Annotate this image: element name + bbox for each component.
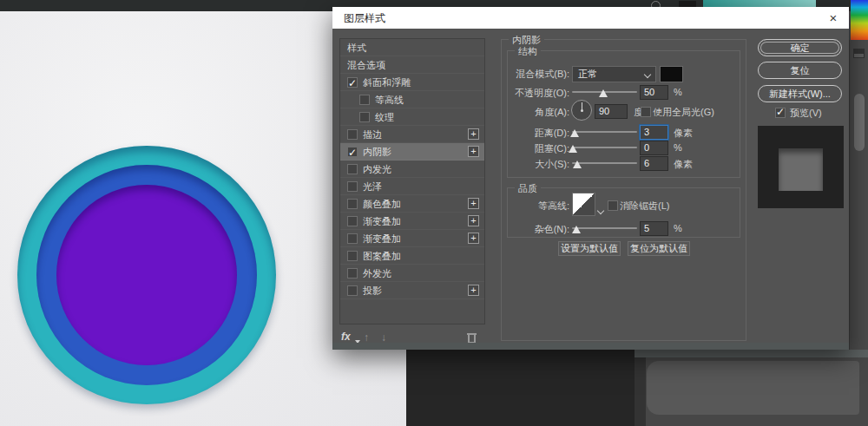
- layer-style-dialog: 图层样式 × 样式混合选项斜面和浮雕等高线纹理描边+内阴影+内发光光泽颜色叠加+…: [332, 7, 849, 350]
- distance-slider[interactable]: [572, 125, 637, 139]
- inner-shadow-panel: 内阴影 结构 混合模式(B): 正常 不透明度(O): 50 % 角度(A):: [501, 39, 746, 341]
- dialog-resize-bar[interactable]: [332, 343, 849, 350]
- noise-input[interactable]: 5: [640, 221, 668, 236]
- slider-thumb[interactable]: [569, 145, 577, 153]
- slider-thumb[interactable]: [570, 129, 579, 137]
- distance-label: 距离(D):: [502, 127, 569, 140]
- chevron-down-icon: [644, 71, 651, 78]
- add-effect-icon[interactable]: +: [468, 198, 479, 209]
- style-list-item[interactable]: 内发光: [340, 161, 484, 178]
- dialog-body: 样式混合选项斜面和浮雕等高线纹理描边+内阴影+内发光光泽颜色叠加+渐变叠加+渐变…: [332, 29, 849, 343]
- distance-input[interactable]: 3: [640, 125, 668, 140]
- preview-label: 预览(V): [790, 107, 822, 120]
- global-light-label: 使用全局光(G): [653, 106, 714, 119]
- choke-input[interactable]: 0: [640, 141, 668, 155]
- style-list-item[interactable]: 投影+: [340, 282, 484, 299]
- move-effect-up-icon[interactable]: ↑: [364, 331, 369, 344]
- angle-label: 角度(A):: [502, 106, 569, 119]
- size-slider[interactable]: [572, 156, 637, 170]
- new-style-button[interactable]: 新建样式(W)...: [758, 85, 842, 102]
- style-checkbox[interactable]: [347, 216, 358, 226]
- size-unit: 像素: [674, 158, 693, 171]
- background-panel-band: [635, 357, 646, 426]
- style-checkbox[interactable]: [359, 112, 370, 122]
- panel-scrollbar-thumb[interactable]: [854, 94, 865, 151]
- set-default-button[interactable]: 设置为默认值: [558, 241, 621, 256]
- global-light-checkbox[interactable]: [641, 107, 651, 117]
- add-effect-icon[interactable]: +: [468, 285, 479, 296]
- style-checkbox[interactable]: [347, 129, 358, 140]
- style-item-label: 投影: [363, 282, 382, 299]
- style-list-item[interactable]: 斜面和浮雕: [340, 74, 484, 91]
- size-input[interactable]: 6: [640, 156, 668, 171]
- style-checkbox[interactable]: [347, 77, 358, 88]
- reset-button[interactable]: 复位: [758, 62, 842, 79]
- style-item-label: 样式: [347, 39, 366, 56]
- style-list-item[interactable]: 外发光: [340, 265, 484, 282]
- style-checkbox[interactable]: [347, 285, 358, 296]
- background-rounded-panel: [647, 361, 859, 415]
- contour-picker[interactable]: [572, 193, 595, 216]
- slider-thumb[interactable]: [572, 226, 581, 233]
- opacity-unit: %: [674, 87, 682, 97]
- slider-thumb[interactable]: [599, 89, 608, 97]
- angle-center-dot: [581, 109, 583, 112]
- spectrum-color-bar[interactable]: [851, 0, 868, 40]
- reset-default-button[interactable]: 复位为默认值: [628, 241, 690, 256]
- add-effect-icon[interactable]: +: [468, 215, 479, 226]
- opacity-label: 不透明度(O):: [502, 87, 569, 100]
- style-checkbox[interactable]: [359, 95, 370, 105]
- background-panel-strip: [635, 350, 868, 357]
- style-item-label: 等高线: [375, 91, 404, 108]
- artwork-circle-outer: [17, 146, 276, 404]
- style-checkbox[interactable]: [347, 181, 358, 192]
- style-item-label: 图案叠加: [363, 247, 401, 265]
- quality-group-title: 品质: [515, 182, 541, 195]
- style-list-item[interactable]: 纹理: [340, 108, 484, 126]
- antialias-checkbox[interactable]: [608, 200, 618, 211]
- choke-label: 阻塞(C):: [502, 142, 569, 155]
- choke-slider[interactable]: [572, 141, 637, 154]
- style-checkbox[interactable]: [347, 164, 358, 174]
- blend-mode-label: 混合模式(B):: [502, 68, 569, 81]
- add-effect-icon[interactable]: +: [468, 128, 479, 140]
- fx-icon[interactable]: fx: [341, 331, 351, 343]
- style-list-item[interactable]: 光泽: [340, 178, 484, 195]
- shadow-color-swatch[interactable]: [660, 66, 683, 82]
- style-list-item[interactable]: 内阴影+: [340, 143, 484, 161]
- background-panel-dark: [406, 350, 635, 426]
- contour-label: 等高线:: [502, 200, 569, 213]
- add-effect-icon[interactable]: +: [468, 233, 479, 244]
- close-icon[interactable]: ×: [823, 9, 844, 27]
- panel-menu-icon[interactable]: [853, 49, 865, 58]
- ok-button[interactable]: 确定: [758, 39, 842, 56]
- style-checkbox[interactable]: [347, 251, 358, 261]
- opacity-input[interactable]: 50: [640, 85, 668, 100]
- angle-dial[interactable]: [571, 100, 592, 121]
- style-list-item[interactable]: 渐变叠加+: [340, 213, 484, 230]
- noise-slider[interactable]: [572, 221, 637, 235]
- style-checkbox[interactable]: [347, 199, 358, 209]
- dialog-titlebar[interactable]: 图层样式 ×: [332, 7, 849, 29]
- style-item-label: 描边: [363, 126, 382, 143]
- style-list-item[interactable]: 描边+: [340, 126, 484, 143]
- slider-thumb[interactable]: [573, 161, 582, 168]
- opacity-slider[interactable]: [572, 85, 637, 99]
- move-effect-down-icon[interactable]: ↓: [381, 331, 386, 344]
- preview-checkbox[interactable]: [775, 108, 786, 118]
- add-effect-icon[interactable]: +: [468, 146, 479, 157]
- style-list-item[interactable]: 混合选项: [340, 56, 484, 74]
- style-checkbox[interactable]: [347, 268, 358, 279]
- trash-icon[interactable]: [467, 332, 477, 343]
- angle-input[interactable]: 90: [595, 104, 628, 119]
- style-list-item[interactable]: 等高线: [340, 91, 484, 108]
- style-item-label: 纹理: [375, 108, 394, 126]
- style-checkbox[interactable]: [347, 233, 358, 244]
- style-list-item[interactable]: 颜色叠加+: [340, 195, 484, 213]
- style-item-label: 光泽: [363, 178, 382, 195]
- style-list-item[interactable]: 样式: [340, 39, 484, 56]
- style-list-item[interactable]: 渐变叠加+: [340, 230, 484, 247]
- style-checkbox[interactable]: [347, 147, 358, 157]
- blend-mode-dropdown[interactable]: 正常: [572, 66, 656, 82]
- style-list-item[interactable]: 图案叠加: [340, 247, 484, 265]
